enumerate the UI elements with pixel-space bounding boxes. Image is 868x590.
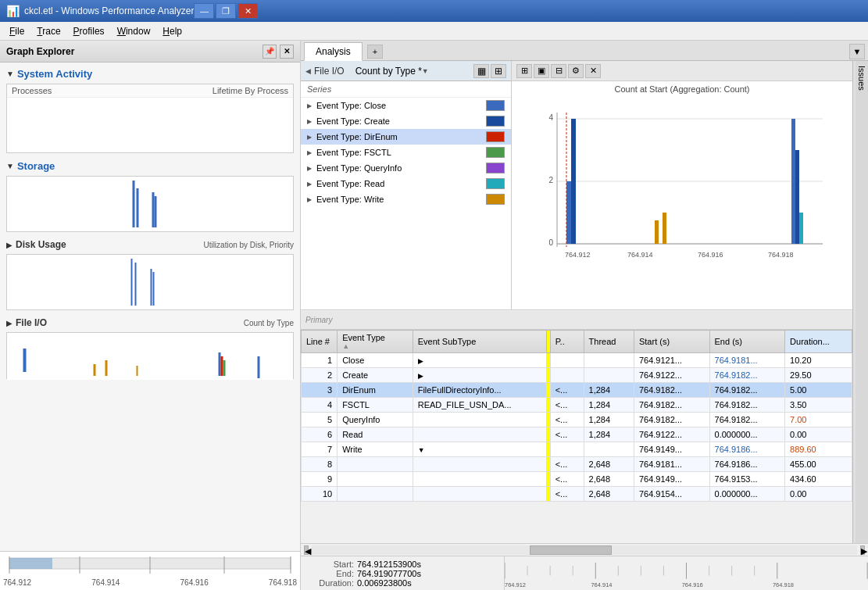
menu-trace[interactable]: Trace (30, 24, 66, 38)
cell-subtype: ▼ (413, 442, 547, 457)
series-item-close[interactable]: ▶ Event Type: Close (301, 98, 511, 113)
tl-label-0: 764.912 (3, 578, 31, 587)
cell-num: 7 (302, 442, 338, 457)
cell-duration: 434.60 (785, 472, 852, 487)
svg-rect-17 (9, 558, 52, 569)
expand-chart-button[interactable]: ⊞ (516, 64, 532, 78)
table-row[interactable]: 4 FSCTL READ_FILE_USN_DA... <... 1,284 7… (302, 398, 852, 413)
multi-chart-button[interactable]: ⊟ (551, 64, 566, 78)
left-timeline: 764.912 764.914 764.916 764.918 (0, 551, 300, 590)
cell-thread: 1,284 (584, 413, 634, 427)
series-color-queryinfo (486, 163, 505, 173)
svg-rect-14 (223, 360, 226, 376)
cell-end: 764.9182... (709, 398, 785, 413)
ge-close-button[interactable]: ✕ (280, 45, 294, 59)
table-row[interactable]: 6 Read <... 1,284 764.9122... 0.000000..… (302, 427, 852, 442)
chart-area: ⊞ ▣ ⊟ ⚙ ✕ Count at Start (Aggregation: C… (512, 61, 852, 310)
col-event-type[interactable]: Event Type▲ (338, 331, 413, 353)
section-file-io[interactable]: ▶ File I/O Count by Type (3, 315, 297, 331)
series-item-queryinfo[interactable]: ▶ Event Type: QueryInfo (301, 160, 511, 176)
restore-button[interactable]: ❐ (216, 3, 236, 19)
cell-p: <... (550, 472, 584, 487)
series-item-write[interactable]: ▶ Event Type: Write (301, 191, 511, 207)
menu-help[interactable]: Help (156, 24, 188, 38)
series-label-create: Event Type: Create (316, 116, 480, 126)
section-system-activity[interactable]: ▼ System Activity (3, 66, 297, 82)
horizontal-scrollbar-bottom[interactable]: ◀ ▶ (301, 544, 868, 556)
table-row[interactable]: 1 Close ▶ 764.9121... 764.9181... 10.20 (302, 353, 852, 368)
svg-rect-9 (94, 364, 96, 376)
menu-window[interactable]: Window (111, 24, 157, 38)
cell-start: 764.9122... (634, 368, 709, 383)
minimize-button[interactable]: — (194, 3, 214, 19)
col-start[interactable]: Start (s) (634, 331, 709, 353)
svg-text:4: 4 (548, 113, 553, 122)
svg-text:764.916: 764.916 (698, 251, 723, 259)
scroll-left-btn[interactable]: ◀ (304, 545, 309, 555)
series-dropdown-area: ◀ File I/O Count by Type * ▼ ▦ ⊞ Series (301, 61, 512, 310)
grid-icon[interactable]: ⊞ (491, 64, 506, 78)
series-item-direnum[interactable]: ▶ Event Type: DirEnum (301, 129, 511, 145)
panel-toolbar: ▦ ⊞ (473, 64, 506, 78)
section-disk-usage[interactable]: ▶ Disk Usage Utilization by Disk, Priori… (3, 237, 297, 252)
close-chart-button[interactable]: ✕ (585, 64, 601, 78)
tl-label-1: 764.914 (91, 578, 120, 587)
col-duration[interactable]: Duration... (785, 331, 852, 353)
cell-duration: 889.60 (785, 442, 852, 457)
bar-chart-icon[interactable]: ▦ (473, 64, 489, 78)
footer-start-value: 764.912153900s (357, 560, 421, 569)
cell-end: 764.9182... (709, 368, 785, 383)
svg-rect-34 (663, 213, 666, 244)
scroll-right-btn[interactable]: ▶ (860, 545, 865, 555)
count-by-dropdown-arrow[interactable]: ▼ (422, 67, 429, 75)
series-item-read[interactable]: ▶ Event Type: Read (301, 176, 511, 191)
cell-end: 0.000000... (709, 427, 785, 442)
ge-pin-button[interactable]: 📌 (263, 45, 277, 59)
cell-duration: 5.00 (785, 383, 852, 398)
scroll-track (312, 545, 857, 555)
table-row-selected[interactable]: 3 DirEnum FileFullDirectoryInfo... <... … (302, 383, 852, 398)
graph-explorer-title: Graph Explorer (6, 46, 74, 57)
series-arrow-direnum: ▶ (307, 134, 312, 141)
cell-event-type (338, 457, 413, 472)
table-body: 1 Close ▶ 764.9121... 764.9181... 10.20 … (302, 353, 852, 502)
table-row[interactable]: 10 <... 2,648 764.9154... 0.000000... 0.… (302, 487, 852, 502)
scroll-thumb[interactable] (530, 545, 612, 555)
single-chart-button[interactable]: ▣ (534, 64, 549, 78)
col-thread[interactable]: Thread (584, 331, 634, 353)
section-storage[interactable]: ▼ Storage (3, 158, 297, 174)
panel-caret-icon: ◀ (305, 67, 311, 75)
filter-button[interactable]: ▼ (849, 44, 865, 59)
table-row[interactable]: 9 <... 2,648 764.9149... 764.9153... 434… (302, 472, 852, 487)
disk-usage-graph (6, 254, 294, 310)
series-arrow-read: ▶ (307, 181, 312, 188)
primary-label: Primary (305, 316, 332, 324)
table-row[interactable]: 2 Create ▶ 764.9122... 764.9182... 29.50 (302, 368, 852, 383)
table-row[interactable]: 5 QueryInfo <... 1,284 764.9182... 764.9… (302, 413, 852, 427)
left-panel: Graph Explorer 📌 ✕ ▼ System Activity Pro… (0, 41, 301, 590)
cell-num: 5 (302, 413, 338, 427)
cell-thread: 2,648 (584, 487, 634, 502)
cell-p (550, 353, 584, 368)
cell-start: 764.9182... (634, 398, 709, 413)
menu-file[interactable]: File (3, 24, 30, 38)
tab-add-button[interactable]: + (367, 45, 383, 59)
cell-thread: 1,284 (584, 383, 634, 398)
disk-usage-arrow: ▶ (6, 241, 13, 249)
col-line-num[interactable]: Line # (302, 331, 338, 353)
cell-duration: 10.20 (785, 353, 852, 368)
menu-profiles[interactable]: Profiles (67, 24, 111, 38)
col-p[interactable]: P.. (550, 331, 584, 353)
close-button[interactable]: ✕ (238, 3, 258, 19)
settings-chart-button[interactable]: ⚙ (568, 64, 584, 78)
tab-analysis[interactable]: Analysis (304, 42, 363, 61)
table-row[interactable]: 7 Write ▼ 764.9149... 764.9186... 889.60 (302, 442, 852, 457)
series-item-create[interactable]: ▶ Event Type: Create (301, 113, 511, 129)
col-end[interactable]: End (s) (709, 331, 785, 353)
svg-rect-8 (23, 349, 27, 372)
col-event-subtype[interactable]: Event SubType (413, 331, 547, 353)
table-row[interactable]: 8 <... 2,648 764.9181... 764.9186... 455… (302, 457, 852, 472)
processes-label: Processes (12, 86, 52, 95)
issues-tab[interactable]: Issues (855, 61, 868, 590)
series-item-fsctl[interactable]: ▶ Event Type: FSCTL (301, 145, 511, 160)
